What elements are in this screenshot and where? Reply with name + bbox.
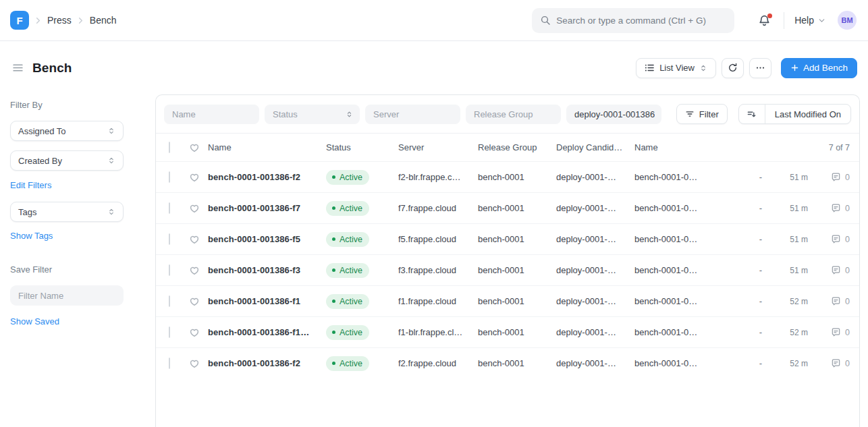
favorite-heart-icon[interactable] [189, 296, 200, 307]
favorite-heart-icon[interactable] [189, 172, 200, 183]
status-label: Active [340, 173, 362, 182]
chevron-down-icon [817, 16, 826, 25]
chevron-right-icon [33, 16, 43, 26]
empty-value-cell: - [747, 327, 774, 337]
comments-cell[interactable]: 0 [808, 172, 851, 182]
status-badge: Active [326, 201, 369, 216]
table-row[interactable]: bench-0001-001386-f2 Active f2.frappe.cl… [156, 347, 859, 378]
comment-count: 0 [845, 297, 850, 306]
favorite-heart-icon[interactable] [189, 327, 200, 338]
comment-icon [831, 172, 841, 182]
breadcrumb-press[interactable]: Press [47, 15, 72, 26]
comments-cell[interactable]: 0 [808, 296, 851, 306]
status-label: Active [340, 266, 362, 275]
favorite-heart-icon[interactable] [189, 203, 200, 214]
comment-count: 0 [845, 266, 850, 275]
filter-server-field[interactable] [365, 105, 460, 124]
table-header: Name Status Server Release Group Deploy … [156, 134, 859, 161]
filter-name-field[interactable] [164, 105, 259, 124]
row-checkbox[interactable] [169, 264, 170, 276]
navbar-right: Help BM [755, 11, 857, 30]
comments-cell[interactable]: 0 [808, 327, 851, 337]
help-menu[interactable]: Help [794, 15, 826, 26]
add-bench-button[interactable]: Add Bench [781, 58, 857, 78]
status-cell: Active [326, 232, 398, 247]
empty-value-cell: - [747, 358, 774, 368]
deploy-candidate-cell: deploy-0001-… [556, 358, 634, 368]
search-icon [540, 15, 551, 26]
user-avatar[interactable]: BM [838, 11, 857, 30]
last-modified-cell: 51 m [774, 235, 808, 244]
status-label: Active [340, 328, 362, 337]
frappe-logo[interactable]: F [10, 11, 29, 30]
show-saved-link[interactable]: Show Saved [10, 316, 59, 326]
heart-icon [189, 142, 200, 153]
status-cell: Active [326, 201, 398, 216]
name2-cell: bench-0001-0… [634, 327, 747, 337]
created-by-label: Created By [18, 156, 62, 166]
table-row[interactable]: bench-0001-001386-f1 Active f1.frappe.cl… [156, 285, 859, 316]
empty-value-cell: - [747, 296, 774, 306]
search-input[interactable] [556, 16, 726, 26]
chevrons-updown-icon [107, 127, 115, 135]
select-all-checkbox[interactable] [169, 142, 170, 153]
row-checkbox[interactable] [169, 171, 170, 183]
status-dot-icon [332, 175, 335, 179]
filter-name-input[interactable] [10, 285, 124, 306]
column-header-name: Name [208, 142, 326, 152]
navbar-divider [784, 12, 784, 29]
show-tags-link[interactable]: Show Tags [10, 231, 53, 241]
comment-count: 0 [845, 235, 850, 244]
comments-cell[interactable]: 0 [808, 358, 851, 368]
menu-icon[interactable] [10, 60, 26, 76]
page-title: Bench [32, 61, 72, 76]
comments-cell[interactable]: 0 [808, 265, 851, 275]
edit-filters-link[interactable]: Edit Filters [10, 180, 51, 190]
sort-field-label: Last Modified On [765, 105, 850, 123]
comments-cell[interactable]: 0 [808, 234, 851, 244]
row-checkbox[interactable] [169, 233, 170, 245]
filter-status-select[interactable]: Status [265, 105, 360, 124]
deploy-candidate-cell: deploy-0001-… [556, 203, 634, 213]
table-body: bench-0001-001386-f2 Active f2-blr.frapp… [156, 161, 859, 378]
created-by-select[interactable]: Created By [10, 150, 124, 171]
table-row[interactable]: bench-0001-001386-f2 Active f2-blr.frapp… [156, 161, 859, 192]
favorite-heart-icon[interactable] [189, 234, 200, 245]
filter-deploy-candidate-field[interactable]: deploy-0001-001386 [566, 105, 661, 124]
deploy-candidate-cell: deploy-0001-… [556, 296, 634, 306]
status-dot-icon [332, 362, 335, 365]
favorite-heart-icon[interactable] [189, 358, 200, 369]
tags-select[interactable]: Tags [10, 202, 124, 222]
table-row[interactable]: bench-0001-001386-f3 Active f3.frappe.cl… [156, 254, 859, 285]
bench-name: bench-0001-001386-f3 [208, 265, 326, 275]
view-switcher-button[interactable]: List View [636, 58, 716, 78]
table-row[interactable]: bench-0001-001386-f1… Active f1-blr.frap… [156, 316, 859, 347]
breadcrumb-bench[interactable]: Bench [90, 15, 117, 26]
row-checkbox[interactable] [169, 295, 170, 307]
row-checkbox[interactable] [169, 358, 170, 369]
status-dot-icon [332, 268, 335, 272]
favorite-heart-icon[interactable] [189, 265, 200, 276]
comment-count: 0 [845, 359, 850, 368]
row-checkbox[interactable] [169, 202, 170, 214]
bench-name: bench-0001-001386-f1 [208, 296, 326, 306]
table-row[interactable]: bench-0001-001386-f5 Active f5.frappe.cl… [156, 223, 859, 254]
release-group-cell: bench-0001 [478, 234, 556, 244]
command-search[interactable] [532, 8, 734, 33]
status-badge: Active [326, 232, 369, 247]
last-modified-cell: 52 m [774, 297, 808, 306]
filter-by-label: Filter By [10, 100, 155, 110]
chevrons-updown-icon [107, 208, 115, 216]
filter-button[interactable]: Filter [676, 104, 728, 124]
notifications-button[interactable] [755, 11, 774, 30]
status-label: Active [340, 359, 362, 368]
table-row[interactable]: bench-0001-001386-f7 Active f7.frappe.cl… [156, 192, 859, 223]
assigned-to-select[interactable]: Assigned To [10, 121, 124, 141]
filter-release-group-field[interactable] [466, 105, 561, 124]
comments-cell[interactable]: 0 [808, 203, 851, 213]
more-options-button[interactable] [749, 58, 771, 78]
refresh-button[interactable] [722, 58, 744, 78]
sort-control[interactable]: Last Modified On [738, 104, 851, 124]
chevrons-updown-icon [699, 64, 707, 72]
row-checkbox[interactable] [169, 326, 170, 338]
